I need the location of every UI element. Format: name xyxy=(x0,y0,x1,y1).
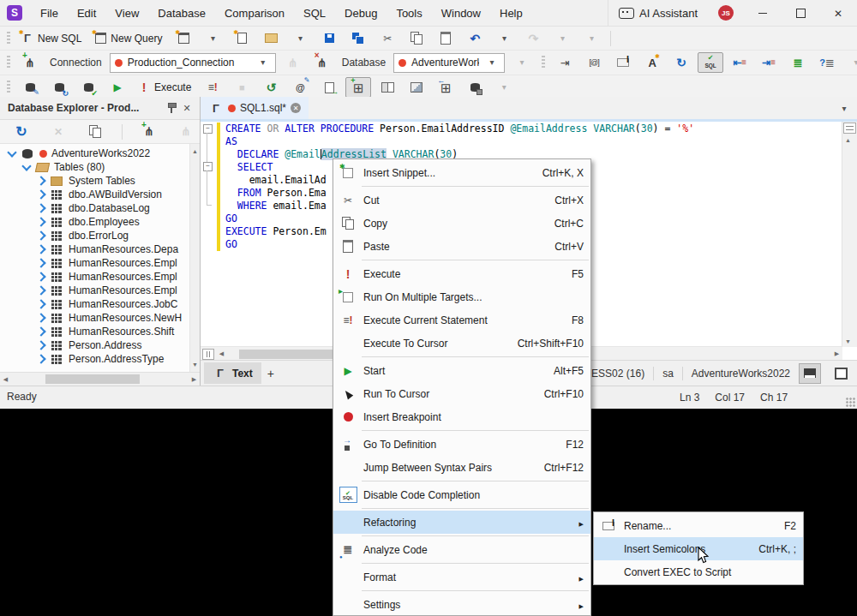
outdent-button[interactable] xyxy=(727,52,752,73)
menu-tools[interactable]: Tools xyxy=(387,0,431,26)
generate-script-button[interactable] xyxy=(316,77,342,98)
scrollbar-track[interactable] xyxy=(842,146,857,336)
chevron-collapsed-icon[interactable] xyxy=(36,230,45,240)
undo-caret[interactable] xyxy=(491,28,517,49)
chevron-collapsed-icon[interactable] xyxy=(36,313,45,322)
scroll-left-icon[interactable] xyxy=(216,349,227,360)
tree-vertical-scrollbar[interactable] xyxy=(189,144,200,372)
scroll-down-icon[interactable] xyxy=(842,336,854,347)
chevron-collapsed-icon[interactable] xyxy=(36,285,45,295)
tree-item-person-address[interactable]: Person.Address xyxy=(0,338,190,352)
menu-item-format[interactable]: Format xyxy=(333,565,590,589)
tree-item-dbo-employees[interactable]: dbo.Employees xyxy=(0,215,190,229)
edit-database-button[interactable] xyxy=(17,77,43,98)
row1-overflow-caret[interactable] xyxy=(578,28,604,49)
menu-item-execute-to-cursor[interactable]: Execute To CursorCtrl+Shift+F10 xyxy=(333,332,590,355)
explorer-close-item-button[interactable] xyxy=(45,122,71,142)
tree-item-tables-80[interactable]: Tables (80) xyxy=(0,160,190,174)
chevron-collapsed-icon[interactable] xyxy=(36,299,45,308)
close-button[interactable] xyxy=(819,0,857,26)
tree-item-humanresources-newh[interactable]: HumanResources.NewH xyxy=(0,311,190,325)
tree-item-humanresources-empl[interactable]: HumanResources.Empl xyxy=(0,270,190,284)
connect-button[interactable] xyxy=(280,52,306,73)
chevron-collapsed-icon[interactable] xyxy=(36,203,45,212)
toolbar-grip[interactable] xyxy=(7,56,10,69)
highlight-occurrences-button[interactable] xyxy=(581,52,607,73)
refresh-database-button[interactable] xyxy=(46,77,72,98)
tree-item-person-addresstype[interactable]: Person.AddressType xyxy=(0,352,190,366)
edit-parameters-button[interactable] xyxy=(287,77,313,98)
change-case-button[interactable] xyxy=(639,52,665,73)
user-info[interactable]: sa xyxy=(662,368,674,380)
menu-help[interactable]: Help xyxy=(490,0,532,26)
chevron-expanded-icon[interactable] xyxy=(7,147,16,157)
tree-item-dbo-databaselog[interactable]: dbo.DatabaseLog xyxy=(0,201,190,215)
menu-debug[interactable]: Debug xyxy=(335,0,387,26)
chevron-collapsed-icon[interactable] xyxy=(36,189,45,199)
new-document-button[interactable] xyxy=(171,28,196,49)
chevron-collapsed-icon[interactable] xyxy=(36,258,45,267)
redo-button[interactable] xyxy=(520,28,546,49)
splitter-handle-icon[interactable] xyxy=(202,349,214,360)
undo-button[interactable] xyxy=(462,28,488,49)
menu-item-disable-code-completion[interactable]: Disable Code Completion xyxy=(333,483,590,506)
database-caret[interactable] xyxy=(509,52,535,73)
new-sql-button[interactable]: New SQL xyxy=(17,28,87,49)
goto-line-button[interactable] xyxy=(552,52,578,73)
explorer-new-connection-button[interactable] xyxy=(136,122,162,142)
menu-window[interactable]: Window xyxy=(432,0,490,26)
connection-combo[interactable]: Production_Connection xyxy=(110,53,276,73)
tree-item-humanresources-jobc[interactable]: HumanResources.JobC xyxy=(0,297,190,311)
query-profile-button[interactable] xyxy=(404,77,429,98)
cut-button[interactable] xyxy=(375,28,400,49)
tree-item-dbo-awbuildversion[interactable]: dbo.AWBuildVersion xyxy=(0,188,190,201)
menu-item-start[interactable]: StartAlt+F5 xyxy=(333,359,590,382)
tab-close-icon[interactable] xyxy=(291,103,301,113)
menu-item-refactoring[interactable]: Refactoring xyxy=(333,511,590,534)
format-document-button[interactable] xyxy=(785,52,811,73)
minimize-button[interactable] xyxy=(744,0,782,26)
chevron-collapsed-icon[interactable] xyxy=(36,217,45,226)
tree-horizontal-scrollbar[interactable] xyxy=(0,372,200,386)
execution-history-button[interactable] xyxy=(258,77,284,98)
maximize-button[interactable] xyxy=(782,0,819,26)
menu-item-copy[interactable]: CopyCtrl+C xyxy=(333,212,590,235)
chevron-collapsed-icon[interactable] xyxy=(36,244,45,254)
copy-button[interactable] xyxy=(404,28,429,49)
add-view-button[interactable] xyxy=(261,367,280,380)
tree-item-humanresources-shift[interactable]: HumanResources.Shift xyxy=(0,325,190,338)
code-completion-button[interactable] xyxy=(698,52,723,73)
indent-button[interactable] xyxy=(756,52,782,73)
tree-item-dbo-errorlog[interactable]: dbo.ErrorLog xyxy=(0,229,190,242)
explorer-refresh-button[interactable] xyxy=(9,122,34,142)
menu-item-cut[interactable]: CutCtrl+X xyxy=(333,188,590,212)
toolbar-grip[interactable] xyxy=(7,32,10,45)
menu-database[interactable]: Database xyxy=(148,0,215,26)
chevron-collapsed-icon[interactable] xyxy=(36,272,45,281)
scroll-right-icon[interactable] xyxy=(189,374,200,385)
menu-edit[interactable]: Edit xyxy=(68,0,105,26)
fold-marker[interactable] xyxy=(203,124,213,134)
menu-item-insert-breakpoint[interactable]: Insert Breakpoint xyxy=(333,405,590,428)
row3-overflow-caret[interactable] xyxy=(491,77,517,98)
open-file-caret[interactable] xyxy=(287,28,313,49)
ai-assistant-button[interactable]: AI Assistant xyxy=(608,0,708,26)
menu-item-go-to-definition[interactable]: Go To DefinitionF12 xyxy=(333,433,590,456)
validate-database-button[interactable] xyxy=(75,77,101,98)
row2-overflow-caret[interactable] xyxy=(843,52,857,73)
tree-item-humanresources-depa[interactable]: HumanResources.Depa xyxy=(0,242,190,256)
menu-comparison[interactable]: Comparison xyxy=(215,0,294,26)
explorer-connect-button[interactable] xyxy=(173,122,199,142)
split-view-button[interactable] xyxy=(375,77,400,98)
resize-grip[interactable] xyxy=(846,398,855,407)
tree-item-humanresources-empl[interactable]: HumanResources.Empl xyxy=(0,256,190,270)
menu-item-run-on-multiple-targets[interactable]: Run On Multiple Targets... xyxy=(333,285,590,308)
scroll-up-icon[interactable] xyxy=(842,135,854,146)
menu-item-jump-between-syntax-pairs[interactable]: Jump Between Syntax PairsCtrl+F12 xyxy=(333,456,590,479)
new-document-caret[interactable] xyxy=(200,28,225,49)
scroll-down-icon[interactable] xyxy=(189,359,200,370)
execute-statement-button[interactable] xyxy=(200,77,225,98)
paste-button[interactable] xyxy=(433,28,458,49)
new-connection-button[interactable] xyxy=(17,52,43,73)
tree-item-adventureworks2022[interactable]: AdventureWorks2022 xyxy=(0,147,190,160)
